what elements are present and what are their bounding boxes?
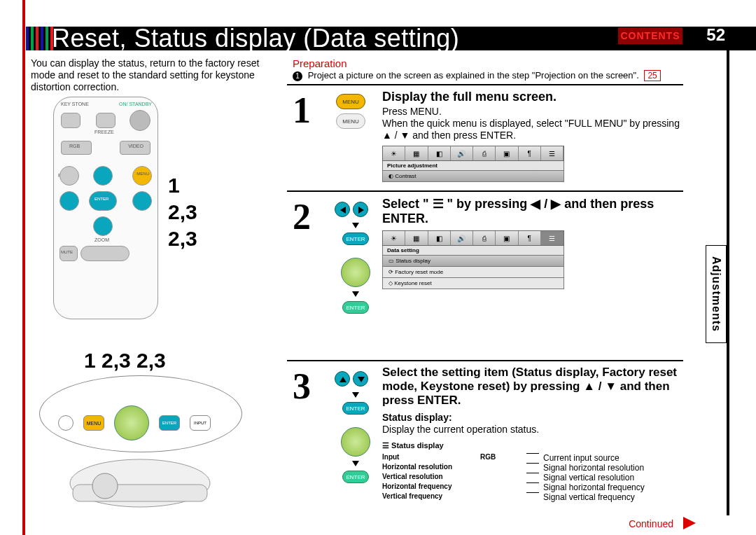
on-standby-button-icon <box>130 110 150 131</box>
menu-pill-icon: MENU <box>336 94 365 109</box>
left-red-rule <box>22 0 25 535</box>
rule-1 <box>287 84 683 85</box>
keystone-button-icon <box>61 113 80 128</box>
step-3-subheading: Status display: <box>382 412 452 423</box>
remote-label-video: VIDEO <box>128 144 144 148</box>
step-1-body: Press MENU. When the quick menu is displ… <box>382 106 685 141</box>
status-l-1: Horizontal resolution <box>382 463 480 473</box>
jog-icon-2 <box>341 427 370 457</box>
rule-3 <box>287 360 683 361</box>
status-table-title: Status display <box>382 441 676 450</box>
status-row-vres: Vertical resolution Signal vertical reso… <box>382 473 676 482</box>
panel-power-icon <box>58 415 74 431</box>
status-l-0: Input <box>382 453 480 463</box>
remote-label-menu: MENU <box>136 172 149 176</box>
status-row-vfreq: Vertical frequency Signal vertical frequ… <box>382 492 676 502</box>
step-1-title: Display the full menu screen. <box>382 90 685 104</box>
menu-item-contrast-label: Contrast <box>395 173 416 179</box>
status-r-4: Signal vertical frequency <box>543 492 676 502</box>
continued-arrow-icon <box>683 517 696 529</box>
step-2-title: Select " ☰ " by pressing ◀ / ▶ and then … <box>382 196 685 226</box>
enter-pill-alt-icon: ENTER <box>342 301 369 314</box>
section-tab[interactable]: Adjustments <box>706 245 727 343</box>
down-arrow-icon-3 <box>352 392 359 398</box>
contents-button[interactable]: CONTENTS <box>617 27 683 45</box>
down-arrow-icon-2 <box>352 291 359 297</box>
jog-icon <box>341 258 370 287</box>
intro-text: You can display the status, return to th… <box>31 57 281 93</box>
status-l-2: Vertical resolution <box>382 473 480 482</box>
remote-label-enter: ENTER <box>94 197 108 201</box>
remote-label-zoom: ZOOM <box>94 237 109 242</box>
control-panel-illustration: MENU ENTER INPUT <box>39 375 242 452</box>
up-button-icon <box>93 166 113 186</box>
status-row-hfreq: Horizontal frequency Signal horizontal f… <box>382 482 676 492</box>
right-arrow-icon <box>353 202 368 217</box>
enter-button-icon <box>89 191 117 211</box>
up-arrow-icon <box>335 371 350 387</box>
remote-illustration: KEY STONE ON/ STANDBY FREEZE RGB VIDEO R… <box>53 97 158 319</box>
menu-item-status: ▭ Status display <box>382 256 564 267</box>
status-r-2: Signal vertical resolution <box>543 473 676 482</box>
bullet-1-icon: 1 <box>293 71 302 81</box>
status-table: Status display Input RGB Current input s… <box>382 441 676 502</box>
menu-item-factory: ⟳ Factory reset mode <box>382 267 564 278</box>
menu-sub-2: Data setting <box>382 246 564 256</box>
enter-pill-icon-2: ENTER <box>342 402 369 415</box>
page-ref-link[interactable]: 25 <box>644 70 660 81</box>
remote-label-keystone: KEY STONE <box>61 102 89 106</box>
down-arrow-btn-icon <box>353 371 368 387</box>
status-row-hres: Horizontal resolution Signal horizontal … <box>382 463 676 473</box>
status-r-3: Signal horizontal frequency <box>543 482 676 492</box>
menu-bar-icon: ☀▦◧🔊⎙▣¶☰ <box>382 146 564 161</box>
panel-input-icon: INPUT <box>190 415 211 431</box>
left-arrow-icon <box>335 202 350 217</box>
remote-label-freeze: FREEZE <box>94 130 114 134</box>
continued-label: Continued <box>629 518 673 529</box>
menu-item-keystone: ◇ Keystone reset <box>382 278 564 289</box>
step-1-icons: MENU MENU <box>336 94 375 133</box>
reset-button-icon <box>59 166 79 186</box>
menu-item-keystone-label: Keystone reset <box>394 280 431 286</box>
menu-item-contrast: ◐ Contrast <box>382 171 564 182</box>
right-rule <box>727 50 729 515</box>
page-title: Reset, Status display (Data setting) <box>52 24 459 53</box>
menu-item-status-label: Status display <box>396 258 430 264</box>
down-arrow-icon <box>352 223 359 228</box>
status-r-0: Current input source <box>543 453 676 463</box>
status-m-0: RGB <box>480 453 522 463</box>
status-l-4: Vertical frequency <box>382 492 480 502</box>
panel-ref-numbers: 1 2,3 2,3 <box>84 349 166 373</box>
rule-2 <box>287 190 683 192</box>
menu-item-factory-label: Factory reset mode <box>395 269 443 275</box>
step-3-number: 3 <box>293 366 326 407</box>
status-r-1: Signal horizontal resolution <box>543 463 676 473</box>
menu-bar-icon-2: ☀▦◧🔊⎙▣¶☰ <box>382 230 564 246</box>
svg-point-2 <box>92 473 118 499</box>
remote-ref-2: 2,3 <box>168 200 197 224</box>
remote-ref-3: 2,3 <box>168 227 197 251</box>
down-arrow-icon-4 <box>352 461 359 466</box>
freeze-button-icon <box>96 113 115 128</box>
enter-pill-icon: ENTER <box>342 232 369 245</box>
left-button-icon <box>59 191 79 211</box>
down-button-icon <box>93 216 113 236</box>
status-row-input: Input RGB Current input source <box>382 453 676 463</box>
preparation-text: 1 Project a picture on the screen as exp… <box>293 70 680 81</box>
menu-sub-1: Picture adjustment <box>382 161 564 171</box>
step-1-number: 1 <box>293 90 326 131</box>
preparation-heading: Preparation <box>293 57 347 69</box>
step-2-number: 2 <box>293 196 326 237</box>
menu-pill-alt-icon: MENU <box>336 113 365 129</box>
zoom-rocker-icon <box>80 246 130 261</box>
remote-label-onstandby: ON/ STANDBY <box>119 102 152 106</box>
panel-enter-icon: ENTER <box>159 415 180 431</box>
step-3-title: Select the setting item (Status display,… <box>382 366 685 408</box>
remote-ref-1: 1 <box>168 174 180 197</box>
page-number: 52 <box>706 25 725 45</box>
remote-label-mute: MUTE <box>61 250 73 254</box>
right-button-icon <box>132 191 152 211</box>
preparation-body: Project a picture on the screen as expla… <box>308 70 639 81</box>
projector-illustration <box>63 455 217 518</box>
status-l-3: Horizontal frequency <box>382 482 480 492</box>
